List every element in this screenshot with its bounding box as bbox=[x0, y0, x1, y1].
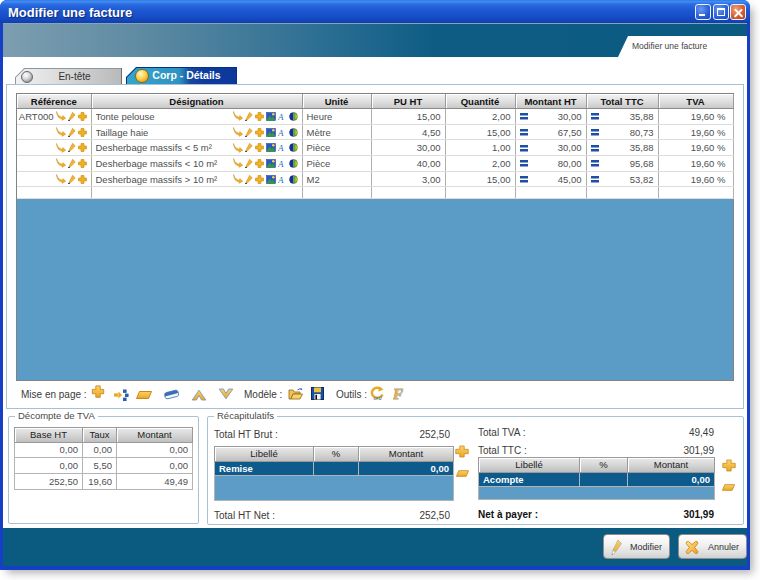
svg-text:A: A bbox=[278, 175, 284, 184]
svg-text:A: A bbox=[278, 143, 284, 152]
svg-text:A: A bbox=[278, 128, 284, 137]
svg-text:A: A bbox=[278, 159, 284, 168]
svg-text:A: A bbox=[278, 112, 284, 121]
svg-text:ord: ord bbox=[374, 395, 383, 401]
svg-text:F: F bbox=[393, 386, 403, 401]
